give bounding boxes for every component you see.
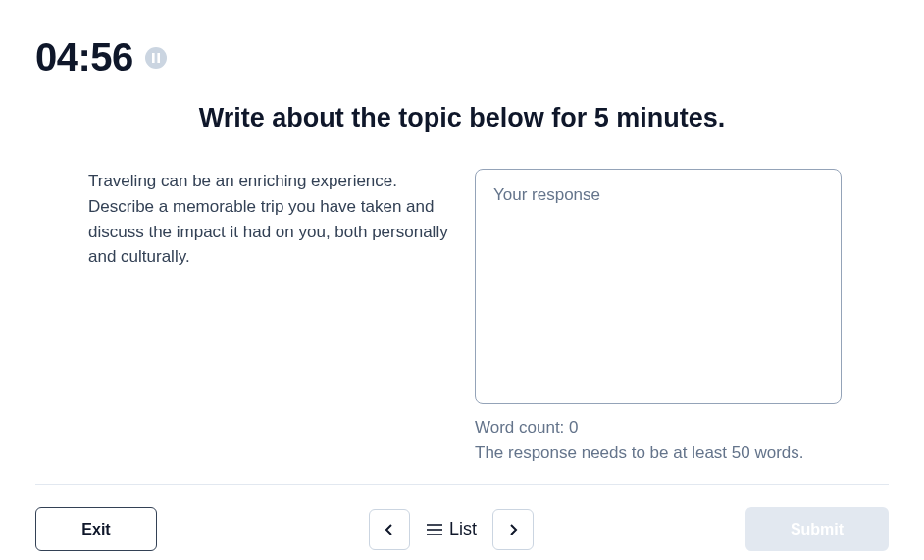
svg-rect-0 [152, 53, 155, 63]
response-input[interactable] [475, 169, 842, 404]
chevron-left-icon [382, 522, 397, 537]
pause-icon [152, 53, 160, 63]
timer: 04:56 [35, 35, 133, 79]
requirement-text: The response needs to be at least 50 wor… [475, 443, 842, 463]
question-nav: List [369, 509, 534, 550]
next-button[interactable] [492, 509, 534, 550]
exit-button[interactable]: Exit [35, 507, 157, 551]
word-count-label: Word count: [475, 418, 569, 436]
word-count-value: 0 [569, 418, 578, 436]
page-title: Write about the topic below for 5 minute… [35, 103, 889, 133]
prev-button[interactable] [369, 509, 410, 550]
chevron-right-icon [505, 522, 521, 537]
list-icon [426, 523, 443, 536]
list-button[interactable]: List [422, 519, 481, 539]
pause-button[interactable] [145, 47, 167, 69]
word-count: Word count: 0 [475, 418, 842, 437]
prompt-text: Traveling can be an enriching experience… [88, 169, 451, 270]
svg-rect-1 [157, 53, 160, 63]
submit-button[interactable]: Submit [745, 507, 889, 551]
list-label: List [449, 519, 477, 539]
